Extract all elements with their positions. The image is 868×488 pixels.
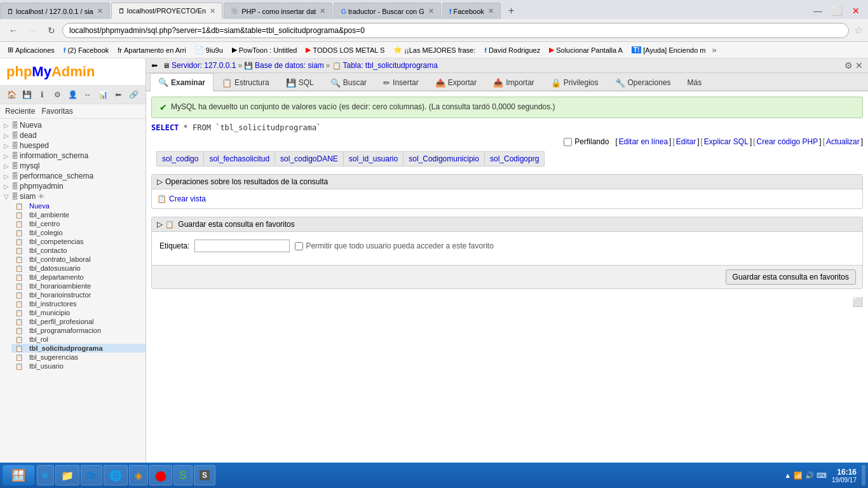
browser-tab-3[interactable]: 🐘 PHP - como insertar dat ✕ (224, 3, 332, 19)
col-sol-fechasolicitud[interactable]: sol_fechasolicitud (204, 152, 275, 166)
col-sol-codigoprg[interactable]: sol_Codigoprg (484, 152, 544, 166)
taskbar-app8[interactable]: S (194, 465, 215, 485)
tab-exportar[interactable]: 📤 Exportar (427, 74, 485, 92)
browser-tab-5[interactable]: f Facebook ✕ (442, 3, 501, 19)
tab-importar[interactable]: 📥 Importar (485, 74, 543, 92)
db-information-schema[interactable]: ▷ 🗄 information_schema (0, 151, 146, 161)
update-link[interactable]: Actualizar (826, 137, 860, 146)
taskbar-explorer[interactable]: 📁 (55, 465, 79, 485)
col-sol-id-usuario[interactable]: sol_id_usuario (343, 152, 403, 166)
bookmark-powtoon[interactable]: ▶ PowToon : Untitled (228, 44, 301, 55)
tbl-nueva[interactable]: 📋 Nueva (11, 201, 146, 210)
browser-tab-2[interactable]: 🗒 localhost/PROYECTO/En ✕ (111, 3, 223, 19)
db-nueva[interactable]: ▷ 🗄 Nueva (0, 120, 146, 130)
tab-estructura[interactable]: 📋 Estructura (214, 74, 278, 92)
tbl-ambiente[interactable]: 📋 tbl_ambiente (11, 210, 146, 219)
collapse-bottom-icon[interactable]: ⬜ (852, 297, 863, 307)
tab3-close[interactable]: ✕ (320, 7, 325, 15)
bc-server[interactable]: Servidor: 127.0.0.1 (172, 61, 236, 70)
tab-sql[interactable]: 💾 SQL (278, 74, 322, 92)
bookmark-todos[interactable]: ▶ TODOS LOS METAL S (302, 44, 388, 55)
col-sol-codigo[interactable]: sol_codigo (157, 152, 204, 166)
edit-link[interactable]: Editar (676, 137, 696, 146)
taskbar-app7[interactable]: S (173, 465, 193, 485)
close-button[interactable]: ✕ (848, 3, 864, 19)
tbl-colegio[interactable]: 📋 tbl_colegio (11, 228, 146, 237)
tbl-instructores[interactable]: 📋 tbl_instructores (11, 299, 146, 308)
fav-save-button[interactable]: Guardar esta consulta en favoritos (726, 269, 856, 285)
fav-label-input[interactable] (194, 240, 290, 252)
tbl-programaformacion[interactable]: 📋 tbl_programaformacion (11, 326, 146, 335)
tab-mas[interactable]: Más (679, 74, 710, 91)
tbl-contacto[interactable]: 📋 tbl_contacto (11, 246, 146, 255)
start-button[interactable]: 🪟 (3, 465, 34, 485)
explain-sql-link[interactable]: Explicar SQL (704, 137, 749, 146)
close-header-icon[interactable]: ✕ (855, 60, 863, 71)
minimize-button[interactable]: — (810, 3, 826, 19)
tbl-contrato-laboral[interactable]: 📋 tbl_contrato_laboral (11, 255, 146, 264)
create-view-button[interactable]: 📋 Crear vista (157, 194, 857, 203)
taskbar-ie[interactable]: e (37, 465, 54, 485)
tbl-departamento[interactable]: 📋 tbl_departamento (11, 273, 146, 281)
bookmark-ayuda[interactable]: T! [Ayuda] Enciendo m (628, 45, 710, 55)
new-tab-button[interactable]: + (503, 3, 520, 19)
db-dead[interactable]: ▷ 🗄 dead (0, 130, 146, 140)
bookmark-facebook[interactable]: f (2) Facebook (60, 45, 112, 55)
profiling-checkbox[interactable] (564, 138, 572, 146)
bookmark-star[interactable]: ☆ (854, 24, 863, 36)
maximize-button[interactable]: ⬜ (829, 3, 845, 19)
db-phpmyadmin[interactable]: ▷ 🗄 phpmyadmin (0, 181, 146, 191)
info-icon[interactable]: ℹ (36, 88, 48, 101)
fav-permit-checkbox[interactable] (295, 242, 303, 250)
bc-database[interactable]: Base de datos: siam (255, 61, 324, 70)
db-icon-btn[interactable]: 💾 (20, 88, 33, 101)
col-sol-codigodane[interactable]: sol_codigoDANE (275, 152, 344, 166)
bookmark-aplicaciones[interactable]: ⊞ Aplicaciones (4, 44, 58, 55)
bookmarks-overflow[interactable]: » (712, 45, 717, 55)
tab5-close[interactable]: ✕ (488, 7, 494, 15)
variables-icon[interactable]: 📊 (97, 88, 109, 101)
tab1-close[interactable]: ✕ (97, 7, 103, 15)
tbl-perfil-profesional[interactable]: 📋 tbl_perfil_profesional (11, 317, 146, 326)
home-icon[interactable]: 🏠 (5, 88, 18, 101)
taskbar-time[interactable]: 16:16 19/09/17 (832, 468, 857, 484)
tbl-horarioambiente[interactable]: 📋 tbl_horarioambiente (11, 281, 146, 290)
favorites-link[interactable]: Favoritas (41, 107, 72, 116)
col-sol-codigomunicipio[interactable]: sol_Codigomunicipio (403, 152, 485, 166)
db-performance-schema[interactable]: ▷ 🗄 performance_schema (0, 171, 146, 181)
tab-buscar[interactable]: 🔍 Buscar (322, 74, 375, 92)
collapse-icon[interactable]: ⬅ (112, 88, 125, 101)
tbl-usuario[interactable]: 📋 tbl_usuario (11, 362, 146, 370)
tbl-datosusuario[interactable]: 📋 tbl_datosusuario (11, 264, 146, 273)
db-mysql[interactable]: ▷ 🗄 mysql (0, 161, 146, 171)
settings-header-icon[interactable]: ⚙ (844, 60, 853, 71)
tab-examinar[interactable]: 🔍 Examinar (150, 73, 214, 92)
tbl-competencias[interactable]: 📋 tbl_competencias (11, 237, 146, 246)
systray-arrow[interactable]: ▲ (784, 471, 791, 479)
tbl-solicitudprograma[interactable]: 📋 tbl_solicitudprograma (11, 344, 146, 353)
bookmark-solucionar[interactable]: ▶ Solucionar Pantalla A (545, 44, 627, 55)
db-huesped[interactable]: ▷ 🗄 huesped (0, 140, 146, 151)
tbl-sugerencias[interactable]: 📋 tbl_sugerencias (11, 353, 146, 362)
db-siam[interactable]: ▽ 🗄 siam 👁 (0, 191, 146, 201)
tab-privilegios[interactable]: 🔒 Privilegios (543, 74, 607, 92)
bookmark-david[interactable]: f David Rodriguez (480, 45, 544, 55)
reload-button[interactable]: ↻ (43, 22, 60, 39)
tbl-rol[interactable]: 📋 tbl_rol (11, 335, 146, 344)
link-icon[interactable]: 🔗 (127, 88, 140, 101)
taskbar-chrome[interactable]: 🌐 (104, 465, 128, 485)
browser-tab-1[interactable]: 🗒 localhost / 127.0.0.1 / sia ✕ (0, 3, 110, 19)
tbl-horarioinstructor[interactable]: 📋 tbl_horarioinstructor (11, 290, 146, 299)
bc-table[interactable]: Tabla: tbl_solicitudprograma (343, 61, 438, 70)
bookmark-frases[interactable]: ⭐ ¡¡Las MEJORES frase: (390, 44, 479, 55)
tab-operaciones[interactable]: 🔧 Operaciones (607, 74, 679, 92)
edit-inline-link[interactable]: Editar en línea (619, 137, 668, 146)
create-php-link[interactable]: Crear código PHP (757, 137, 818, 146)
tab4-close[interactable]: ✕ (428, 7, 434, 15)
taskbar-store[interactable]: 🛍 (81, 465, 102, 485)
accounts-icon[interactable]: 👤 (66, 88, 79, 101)
tbl-municipio[interactable]: 📋 tbl_municipio (11, 308, 146, 317)
show-desktop-btn[interactable] (862, 465, 865, 485)
browser-tab-4[interactable]: G traductor - Buscar con G ✕ (334, 3, 440, 19)
recent-link[interactable]: Reciente (5, 107, 35, 116)
